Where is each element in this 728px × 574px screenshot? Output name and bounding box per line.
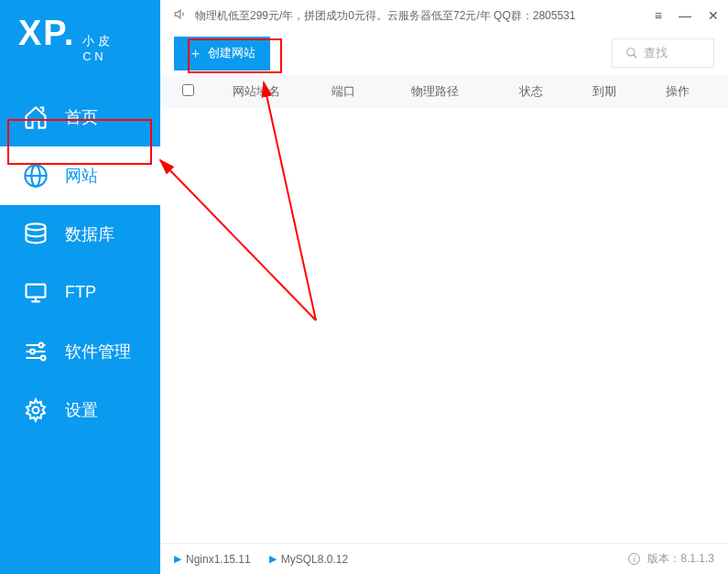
table-body (160, 108, 728, 543)
sidebar-item-home[interactable]: 首页 (0, 88, 160, 146)
sidebar: XP. 小 皮 C N 首页 网站 数据库 FTP 软件 (0, 0, 160, 574)
play-icon: ▶ (269, 553, 277, 565)
gear-icon (23, 397, 49, 423)
close-button[interactable]: ✕ (708, 8, 719, 23)
svg-rect-3 (27, 284, 46, 297)
menu-button[interactable]: ≡ (655, 8, 662, 23)
th-port: 端口 (311, 83, 375, 100)
info-icon[interactable]: i (628, 553, 640, 565)
th-status: 状态 (494, 83, 568, 100)
sidebar-item-label: FTP (65, 283, 96, 302)
ftp-icon (23, 280, 49, 306)
create-button-label: 创建网站 (208, 45, 255, 61)
version-info: i 版本：8.1.1.3 (628, 551, 714, 567)
titlebar: 物理机低至299元/年，拼团成功0元得。云服务器低至72元/年 QQ群：2805… (160, 0, 728, 31)
search-input[interactable]: 查找 (612, 38, 714, 68)
promo-text: 物理机低至299元/年，拼团成功0元得。云服务器低至72元/年 QQ群：2805… (195, 8, 655, 24)
sidebar-item-label: 软件管理 (65, 341, 131, 363)
sliders-icon (23, 339, 49, 364)
svg-point-6 (41, 355, 46, 360)
th-action: 操作 (641, 83, 714, 100)
sidebar-item-label: 数据库 (65, 223, 114, 245)
play-icon: ▶ (174, 553, 181, 565)
sidebar-item-software[interactable]: 软件管理 (0, 322, 160, 381)
search-placeholder: 查找 (644, 45, 668, 61)
plus-icon: ＋ (189, 45, 202, 62)
search-icon (625, 47, 638, 60)
th-expire: 到期 (568, 83, 641, 100)
toolbar: ＋ 创建网站 查找 (160, 31, 728, 75)
logo-main: XP. (18, 14, 75, 53)
logo: XP. 小 皮 C N (0, 0, 160, 88)
database-icon (23, 222, 49, 247)
sidebar-item-database[interactable]: 数据库 (0, 205, 160, 264)
sidebar-item-ftp[interactable]: FTP (0, 264, 160, 322)
sidebar-item-settings[interactable]: 设置 (0, 381, 160, 439)
service-mysql[interactable]: ▶ MySQL8.0.12 (269, 553, 348, 566)
svg-point-2 (27, 223, 46, 230)
create-website-button[interactable]: ＋ 创建网站 (174, 37, 270, 70)
th-checkbox[interactable] (174, 84, 201, 99)
globe-icon (23, 163, 49, 189)
svg-point-4 (39, 342, 44, 347)
svg-point-5 (30, 349, 35, 353)
sidebar-item-label: 设置 (65, 399, 98, 421)
main-area: 物理机低至299元/年，拼团成功0元得。云服务器低至72元/年 QQ群：2805… (160, 0, 728, 574)
sidebar-item-label: 网站 (65, 165, 98, 187)
th-path: 物理路径 (375, 83, 494, 100)
window-controls: ≡ — ✕ (655, 8, 719, 23)
minimize-button[interactable]: — (679, 8, 691, 23)
home-icon (23, 104, 49, 130)
table-header: 网站域名 端口 物理路径 状态 到期 操作 (160, 75, 728, 108)
logo-sub: 小 皮 C N (82, 34, 110, 65)
th-domain: 网站域名 (201, 83, 311, 100)
sidebar-item-website[interactable]: 网站 (0, 146, 160, 205)
speaker-icon (174, 7, 188, 24)
statusbar: ▶ Nginx1.15.11 ▶ MySQL8.0.12 i 版本：8.1.1.… (160, 543, 728, 574)
service-nginx[interactable]: ▶ Nginx1.15.11 (174, 553, 251, 566)
svg-point-8 (627, 49, 635, 56)
svg-point-7 (33, 406, 39, 413)
sidebar-item-label: 首页 (65, 106, 98, 128)
